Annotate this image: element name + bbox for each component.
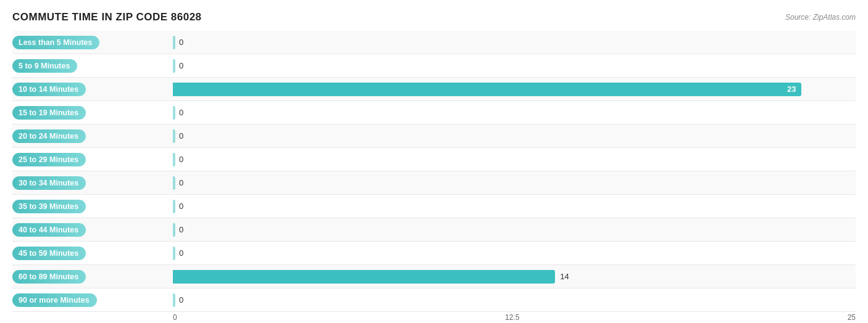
x-axis-label: 0	[173, 313, 177, 322]
x-axis-label: 12.5	[505, 313, 519, 322]
bar-row: 15 to 19 Minutes0	[12, 101, 856, 125]
bar-area: 0	[173, 288, 856, 311]
bar-value: 0	[179, 295, 183, 305]
bar-label: 90 or more Minutes	[12, 288, 173, 311]
bar-row: 30 to 34 Minutes0	[12, 171, 856, 195]
chart-container: COMMUTE TIME IN ZIP CODE 86028 Source: Z…	[0, 0, 868, 323]
bar-row: 40 to 44 Minutes0	[12, 218, 856, 242]
bar-fill	[173, 176, 175, 190]
bar-label: 20 to 24 Minutes	[12, 125, 173, 147]
bar-area: 0	[173, 195, 856, 218]
bar-fill	[173, 247, 175, 260]
bar-row: 60 to 89 Minutes14	[12, 265, 856, 288]
bar-row: 90 or more Minutes0	[12, 288, 856, 312]
bar-fill	[173, 293, 175, 307]
label-pill: 30 to 34 Minutes	[12, 176, 86, 190]
bar-value-inside: 23	[787, 84, 796, 94]
label-pill: 20 to 24 Minutes	[12, 129, 86, 143]
bar-label: Less than 5 Minutes	[12, 31, 173, 54]
label-pill: 60 to 89 Minutes	[12, 270, 86, 284]
bar-fill	[173, 59, 175, 73]
bar-fill	[173, 153, 175, 166]
bar-area: 14	[173, 265, 856, 288]
bar-value: 0	[179, 131, 183, 141]
label-pill: 40 to 44 Minutes	[12, 223, 86, 237]
bar-area: 0	[173, 54, 856, 77]
bar-row: 10 to 14 Minutes23	[12, 78, 856, 101]
label-pill: 5 to 9 Minutes	[12, 59, 77, 73]
bar-value: 0	[179, 178, 183, 187]
chart-title: COMMUTE TIME IN ZIP CODE 86028	[12, 11, 202, 23]
bar-row: Less than 5 Minutes0	[12, 31, 856, 54]
bar-value: 0	[179, 248, 183, 258]
bar-area: 0	[173, 242, 856, 264]
bar-value: 0	[179, 38, 183, 47]
bar-fill: 23	[173, 83, 801, 96]
x-axis-labels: 012.525	[173, 313, 856, 322]
label-pill: 90 or more Minutes	[12, 293, 97, 307]
chart-source: Source: ZipAtlas.com	[785, 13, 856, 22]
bar-area: 0	[173, 101, 856, 124]
bar-row: 5 to 9 Minutes0	[12, 54, 856, 78]
bar-label: 45 to 59 Minutes	[12, 242, 173, 264]
label-pill: 35 to 39 Minutes	[12, 200, 86, 213]
bar-fill	[173, 270, 555, 284]
bar-label: 5 to 9 Minutes	[12, 54, 173, 77]
bar-value: 0	[179, 225, 183, 234]
bar-row: 45 to 59 Minutes0	[12, 242, 856, 265]
bar-row: 25 to 29 Minutes0	[12, 148, 856, 171]
label-pill: 45 to 59 Minutes	[12, 247, 86, 260]
bar-value: 0	[179, 155, 183, 164]
label-pill: Less than 5 Minutes	[12, 36, 99, 49]
chart-header: COMMUTE TIME IN ZIP CODE 86028 Source: Z…	[12, 11, 856, 23]
bar-label: 25 to 29 Minutes	[12, 148, 173, 171]
label-pill: 15 to 19 Minutes	[12, 106, 86, 120]
x-axis-label: 25	[848, 313, 856, 322]
bar-row: 35 to 39 Minutes0	[12, 195, 856, 218]
bar-area: 0	[173, 218, 856, 241]
bar-area: 0	[173, 125, 856, 147]
bar-value: 0	[179, 108, 183, 117]
bar-value: 0	[179, 202, 183, 211]
bar-label: 15 to 19 Minutes	[12, 101, 173, 124]
bar-area: 0	[173, 171, 856, 194]
bar-value: 0	[179, 61, 183, 70]
bar-fill	[173, 200, 175, 213]
bar-label: 35 to 39 Minutes	[12, 195, 173, 218]
bar-fill	[173, 106, 175, 120]
bar-label: 60 to 89 Minutes	[12, 265, 173, 288]
label-pill: 25 to 29 Minutes	[12, 153, 86, 166]
bar-label: 40 to 44 Minutes	[12, 218, 173, 241]
bar-area: 23	[173, 78, 856, 100]
chart-body: Less than 5 Minutes05 to 9 Minutes010 to…	[12, 31, 856, 312]
bar-area: 0	[173, 31, 856, 54]
bar-area: 0	[173, 148, 856, 171]
bar-fill	[173, 129, 175, 143]
bar-label: 30 to 34 Minutes	[12, 171, 173, 194]
bar-fill	[173, 36, 175, 49]
bar-row: 20 to 24 Minutes0	[12, 125, 856, 148]
bar-fill	[173, 223, 175, 237]
label-pill: 10 to 14 Minutes	[12, 83, 86, 96]
bar-label: 10 to 14 Minutes	[12, 78, 173, 100]
bar-value: 14	[560, 272, 569, 281]
